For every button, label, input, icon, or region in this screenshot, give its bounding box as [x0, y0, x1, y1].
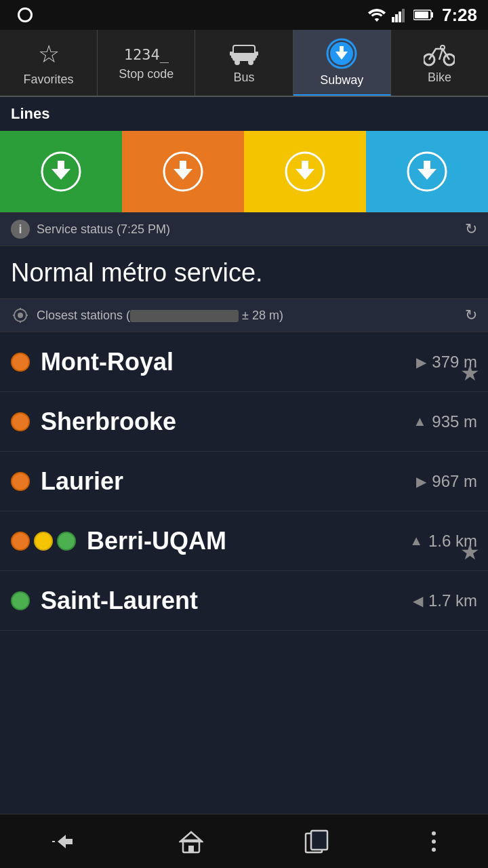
- svg-rect-41: [188, 846, 194, 852]
- station-sherbrooke[interactable]: Sherbrooke ▲ 935 m: [0, 392, 488, 452]
- line-green[interactable]: [0, 131, 122, 212]
- signal-icon: [392, 7, 408, 22]
- station-dots-saint-laurent: [11, 591, 30, 610]
- bike-icon: [424, 42, 455, 66]
- lines-header: Lines: [0, 97, 488, 131]
- location-icon: [18, 7, 33, 22]
- tab-bike[interactable]: Bike: [391, 30, 488, 96]
- station-laurier[interactable]: Laurier ▶ 967 m: [0, 452, 488, 511]
- dot-orange-berri: [11, 532, 30, 551]
- svg-rect-2: [399, 12, 401, 22]
- station-name-saint-laurent: Saint-Laurent: [41, 587, 413, 615]
- svg-point-46: [432, 848, 436, 852]
- svg-point-11: [248, 60, 253, 65]
- line-blue[interactable]: [366, 131, 488, 212]
- line-orange[interactable]: [122, 131, 244, 212]
- tab-favorites[interactable]: ☆ Favorites: [0, 30, 98, 96]
- arrow-left-icon-saint-laurent: ◀: [413, 593, 423, 609]
- station-dots-laurier: [11, 472, 30, 491]
- tab-favorites-label: Favorites: [24, 73, 74, 87]
- station-name-laurier: Laurier: [41, 467, 416, 496]
- svg-rect-1: [395, 14, 398, 22]
- station-distance-laurier: ▶ 967 m: [416, 472, 477, 491]
- svg-rect-0: [392, 17, 394, 22]
- refresh-icon[interactable]: ↻: [465, 220, 477, 238]
- svg-rect-32: [424, 161, 430, 170]
- lines-row: [0, 131, 488, 212]
- station-berri-uqam[interactable]: Berri-UQAM ▲ 1.6 km ★: [0, 511, 488, 571]
- closest-refresh-icon[interactable]: ↻: [465, 307, 477, 324]
- svg-point-45: [432, 840, 436, 844]
- station-distance-saint-laurent: ◀ 1.7 km: [413, 591, 477, 610]
- star-icon: ☆: [38, 40, 60, 68]
- bus-icon: [230, 42, 258, 66]
- more-button[interactable]: [416, 821, 451, 862]
- svg-rect-43: [311, 831, 327, 850]
- svg-marker-28: [296, 169, 314, 180]
- tab-stopcode-label: Stop code: [119, 67, 174, 81]
- svg-point-33: [18, 313, 23, 318]
- arrow-right-icon: ▶: [416, 354, 426, 370]
- recents-button[interactable]: [291, 821, 342, 862]
- service-status-text: Service status (7:25 PM): [37, 222, 458, 237]
- dot-orange-mont-royal: [11, 353, 30, 372]
- bottom-nav: [0, 814, 488, 868]
- svg-marker-22: [52, 169, 70, 180]
- line-blue-icon: [407, 151, 447, 192]
- svg-rect-12: [230, 52, 232, 56]
- dot-orange-laurier: [11, 472, 30, 491]
- svg-rect-3: [402, 9, 405, 22]
- status-time: 7:28: [442, 5, 477, 26]
- svg-marker-25: [174, 169, 192, 180]
- status-bar: 7:28: [0, 0, 488, 30]
- tab-subway[interactable]: Subway: [293, 30, 391, 96]
- station-saint-laurent[interactable]: Saint-Laurent ◀ 1.7 km: [0, 571, 488, 631]
- station-dots-sherbrooke: [11, 412, 30, 431]
- home-button[interactable]: [165, 821, 217, 862]
- svg-point-44: [432, 831, 436, 835]
- station-mont-royal[interactable]: Mont-Royal ▶ 379 m ★: [0, 332, 488, 392]
- info-icon: i: [11, 220, 30, 239]
- dot-green-saint-laurent: [11, 591, 30, 610]
- svg-rect-6: [415, 12, 428, 18]
- battery-icon: [413, 9, 434, 21]
- gps-icon: [11, 306, 30, 325]
- station-list: Mont-Royal ▶ 379 m ★ Sherbrooke ▲ 935 m …: [0, 332, 488, 631]
- tab-bus-label: Bus: [233, 71, 254, 85]
- back-button[interactable]: [37, 823, 92, 860]
- tab-subway-label: Subway: [320, 73, 363, 87]
- arrow-right-icon-sherbrooke: ▲: [413, 414, 427, 429]
- station-dots-berri: [11, 532, 76, 551]
- favorite-star-berri[interactable]: ★: [460, 539, 480, 565]
- svg-rect-29: [302, 161, 308, 170]
- arrow-right-icon-laurier: ▶: [416, 473, 426, 490]
- wifi-icon: [367, 7, 386, 22]
- svg-marker-31: [418, 169, 436, 180]
- svg-rect-9: [231, 53, 257, 58]
- svg-rect-17: [340, 46, 344, 53]
- closest-stations-bar: Closest stations ( ± 28 m) ↻: [0, 298, 488, 332]
- service-status-bar: i Service status (7:25 PM) ↻: [0, 212, 488, 246]
- svg-rect-5: [431, 12, 433, 18]
- dot-orange-sherbrooke: [11, 412, 30, 431]
- status-icons: [367, 7, 434, 22]
- tab-bike-label: Bike: [428, 71, 451, 85]
- svg-point-10: [235, 60, 240, 65]
- closest-text: Closest stations ( ± 28 m): [37, 309, 458, 323]
- station-name-sherbrooke: Sherbrooke: [41, 408, 413, 436]
- tab-stopcode[interactable]: 1234_ Stop code: [98, 30, 195, 96]
- location-blurred: [130, 310, 239, 322]
- dot-yellow-berri: [34, 532, 53, 551]
- favorite-star-mont-royal[interactable]: ★: [460, 360, 480, 386]
- line-orange-icon: [163, 151, 203, 192]
- normal-service-text: Normal métro service.: [0, 246, 488, 298]
- svg-rect-13: [256, 52, 258, 56]
- arrow-right-icon-berri: ▲: [409, 533, 423, 549]
- line-yellow[interactable]: [244, 131, 366, 212]
- line-yellow-icon: [285, 151, 325, 192]
- station-name-berri: Berri-UQAM: [87, 527, 409, 555]
- station-dots-mont-royal: [11, 353, 30, 372]
- svg-rect-23: [58, 161, 64, 170]
- svg-rect-26: [180, 161, 186, 170]
- tab-bus[interactable]: Bus: [195, 30, 293, 96]
